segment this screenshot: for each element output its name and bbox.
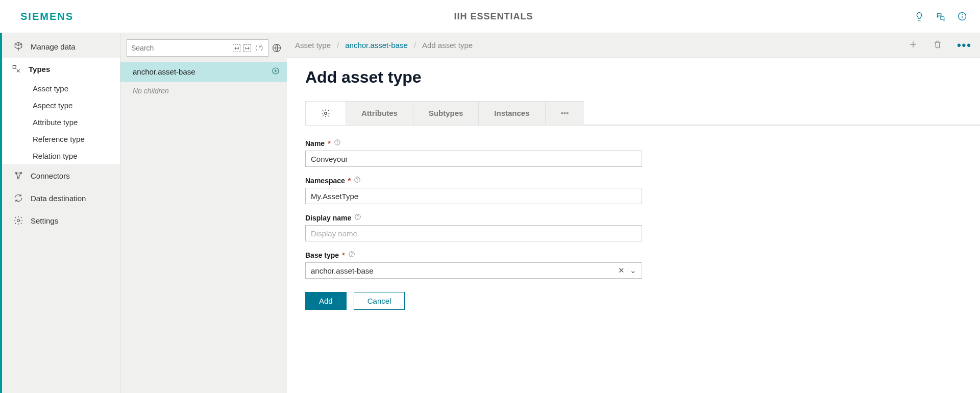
- help-icon[interactable]: [348, 251, 355, 259]
- more-icon[interactable]: •••: [957, 39, 972, 52]
- dots-icon: •••: [561, 109, 569, 117]
- app-title: IIH ESSENTIALS: [74, 11, 914, 22]
- tab-instances[interactable]: Instances: [478, 101, 545, 125]
- nav-asset-type[interactable]: Asset type: [2, 80, 120, 97]
- nav-data-destination[interactable]: Data destination: [2, 187, 120, 209]
- tab-subtypes[interactable]: Subtypes: [413, 101, 479, 125]
- svg-point-19: [358, 218, 358, 219]
- required-mark: *: [328, 139, 330, 148]
- tab-attributes[interactable]: Attributes: [346, 101, 413, 125]
- chevron-down-icon[interactable]: ⌄: [630, 266, 636, 275]
- help-icon[interactable]: [354, 176, 361, 185]
- crumb-parent[interactable]: anchor.asset-base: [345, 41, 408, 50]
- svg-point-15: [337, 144, 337, 144]
- namespace-label: Namespace: [305, 177, 345, 185]
- nav-label: Types: [29, 65, 50, 73]
- sync-icon: [13, 193, 23, 203]
- nav-aspect-type[interactable]: Aspect type: [2, 97, 120, 114]
- basetype-value: anchor.asset-base: [311, 266, 374, 275]
- nav-label: Data destination: [31, 194, 86, 203]
- tree-node-label: anchor.asset-base: [133, 67, 195, 76]
- tab-more[interactable]: •••: [545, 101, 585, 125]
- types-icon: [11, 64, 21, 74]
- displayname-label: Display name: [305, 214, 351, 222]
- svg-point-13: [325, 112, 327, 115]
- globe-icon[interactable]: [272, 43, 282, 53]
- feedback-icon[interactable]: [935, 11, 946, 22]
- search-input[interactable]: [131, 44, 233, 52]
- lightbulb-icon[interactable]: [914, 11, 925, 22]
- crumb-sep: /: [337, 41, 339, 50]
- breadcrumb: Asset type / anchor.asset-base / Add ass…: [295, 41, 473, 50]
- nav-label: Settings: [31, 216, 58, 225]
- add-icon[interactable]: [908, 39, 918, 51]
- name-input[interactable]: [305, 151, 642, 167]
- nav-manage-data[interactable]: Manage data: [2, 35, 120, 58]
- search-box[interactable]: ↤ ↦ (.*): [127, 39, 268, 57]
- name-label: Name: [305, 139, 325, 148]
- cancel-button[interactable]: Cancel: [354, 292, 405, 310]
- tree-node-anchor-asset-base[interactable]: anchor.asset-base: [120, 62, 287, 82]
- nav-reference-type[interactable]: Reference type: [2, 131, 120, 148]
- nav-label: Manage data: [31, 42, 76, 51]
- svg-point-5: [17, 177, 19, 179]
- nav-label: Connectors: [31, 171, 70, 180]
- nav-relation-type[interactable]: Relation type: [2, 148, 120, 164]
- tab-general[interactable]: [305, 101, 346, 125]
- required-mark: *: [342, 251, 345, 259]
- info-icon[interactable]: [957, 11, 968, 22]
- crumb-root[interactable]: Asset type: [295, 41, 331, 50]
- nav-attribute-type[interactable]: Attribute type: [2, 114, 120, 131]
- connectors-icon: [13, 170, 23, 181]
- gear-icon: [13, 215, 23, 226]
- add-child-icon[interactable]: [272, 67, 280, 77]
- help-icon[interactable]: [354, 213, 361, 222]
- collapse-icon[interactable]: ↤: [233, 44, 240, 52]
- svg-point-2: [962, 14, 963, 15]
- cube-icon: [13, 41, 23, 52]
- nav-settings[interactable]: Settings: [2, 209, 120, 232]
- svg-point-17: [357, 181, 358, 182]
- crumb-current: Add asset type: [422, 41, 473, 50]
- tree-panel: ↤ ↦ (.*) anchor.asset-base No children: [120, 33, 287, 393]
- clear-icon[interactable]: ✕: [618, 266, 625, 275]
- nav-types-sub: Asset type Aspect type Attribute type Re…: [2, 80, 120, 164]
- basetype-label: Base type: [305, 251, 339, 259]
- basetype-select[interactable]: anchor.asset-base ✕ ⌄: [305, 262, 642, 279]
- required-mark: *: [348, 177, 351, 185]
- siemens-logo: SIEMENS: [20, 11, 74, 22]
- tree-no-children: No children: [120, 82, 287, 100]
- crumb-sep: /: [414, 41, 416, 50]
- regex-icon[interactable]: (.*): [254, 44, 264, 52]
- namespace-input[interactable]: [305, 188, 642, 204]
- expand-icon[interactable]: ↦: [243, 44, 251, 52]
- add-button[interactable]: Add: [305, 292, 347, 310]
- gear-icon: [321, 109, 330, 118]
- page-title: Add asset type: [305, 68, 980, 87]
- nav-types[interactable]: Types: [2, 58, 120, 80]
- nav-connectors[interactable]: Connectors: [2, 164, 120, 187]
- delete-icon[interactable]: [933, 39, 943, 51]
- left-nav: Manage data Types Asset type Aspect type…: [0, 33, 120, 393]
- svg-point-21: [351, 256, 352, 256]
- tabs: Attributes Subtypes Instances •••: [305, 101, 980, 126]
- svg-point-6: [17, 219, 20, 222]
- displayname-input[interactable]: [305, 225, 642, 241]
- help-icon[interactable]: [334, 139, 341, 148]
